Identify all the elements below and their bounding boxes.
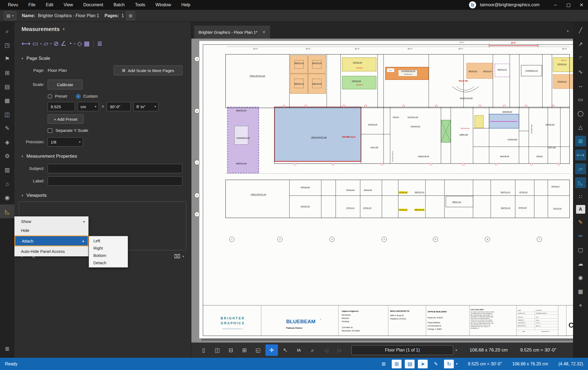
submenu-item-detach[interactable]: Detach [89,259,128,266]
snap-content-icon[interactable]: ⊞ [392,360,402,368]
drawing-canvas[interactable]: ABCDE123456730'-0"30'-0"30'-0"30'-0"30'-… [191,39,573,343]
bookmarks-icon[interactable]: ▤ [0,80,14,94]
search-icon[interactable]: ⌕ [0,24,14,38]
trash-icon[interactable]: ⌧ [174,253,180,260]
pen-tool-icon[interactable]: ✑ [575,231,586,241]
preset-radio[interactable] [48,94,52,99]
menu-tools[interactable]: Tools [130,0,150,10]
markups-icon[interactable]: ✎ [0,121,14,135]
perimeter-measurement-icon[interactable]: ◺ [575,177,586,188]
image-tool-icon[interactable]: ▦ [575,286,586,297]
tool-chest-icon[interactable]: ◳ [0,38,14,52]
arc-tool-icon[interactable]: ◜ [575,52,586,63]
highlighter-tool-icon[interactable]: ✎ [575,217,586,228]
separate-y-checkbox[interactable] [48,128,52,133]
publish-icon[interactable]: ➤ [418,360,428,368]
menu-batch[interactable]: Batch [108,0,130,10]
menu-document[interactable]: Document [78,0,108,10]
length-measurement-icon[interactable]: ⟷ [575,150,586,160]
tab-list-chevron-icon[interactable]: ▾ [567,29,569,33]
document-tab[interactable]: Brighter Graphics - Floor Plan 1* ✕ [194,26,270,39]
area-tool-icon[interactable]: ▱ [44,40,48,47]
document-properties-icon[interactable]: ▤ [405,360,415,368]
target-value-input[interactable] [107,102,131,111]
settings-icon[interactable]: ⚙ [0,149,14,163]
context-menu-item-auto-hide[interactable]: Auto-Hide Panel Access [14,247,88,256]
split-view-icon[interactable]: ⊟ [225,344,237,356]
page-select[interactable]: Floor Plan (1 of 1) [351,345,453,355]
chevron-down-icon[interactable]: ▾ [182,255,184,258]
add-preset-button[interactable]: + Add Preset [48,114,84,124]
ellipse-tool-icon[interactable]: ◯ [575,108,586,119]
menu-revu[interactable]: Revu [3,0,23,10]
side-by-side-view-icon[interactable]: ◫ [211,344,223,356]
spaces-icon[interactable]: ◫ [0,107,14,121]
stamp-tool-icon[interactable]: ◉ [575,272,586,283]
callout-tool-icon[interactable]: ▢ [575,244,586,255]
zoom-tool-icon[interactable]: ⌕ [306,344,319,356]
length-tool-icon[interactable]: ⟷ [22,40,30,47]
snap-grid-icon[interactable]: ⊞ [379,360,388,368]
add-scale-button[interactable]: ⊞ Add Scale to More Pages [114,66,182,75]
polyline-tool-icon[interactable]: ∿ [575,66,586,77]
rectangle-tool-icon[interactable]: ▭ [575,94,586,105]
menu-help[interactable]: Help [176,0,195,10]
select-text-icon[interactable]: IA [293,344,305,356]
preset-radio-label[interactable]: Preset [55,94,67,99]
submenu-item-left[interactable]: Left [89,237,128,244]
context-menu-item-hide[interactable]: Hide [14,226,88,235]
scale-value-input[interactable] [48,102,75,111]
single-page-view-icon[interactable]: ▯ [197,344,210,356]
subject-input[interactable] [48,164,182,173]
angle-tool-icon[interactable]: ∠ [61,40,66,47]
chevron-down-icon[interactable]: ▾ [22,194,23,197]
label-input[interactable] [48,176,182,186]
chevron-down-icon[interactable]: ▾ [22,57,23,60]
studio-icon[interactable]: ⌂ [0,177,14,191]
precision-select[interactable]: 1/8 ▾ [48,137,83,147]
crosshair-tool-icon[interactable]: ⌖ [575,300,586,311]
insert-pages-button[interactable]: ⊞ [126,11,135,20]
diameter-tool-icon[interactable]: ⊘ [53,40,59,47]
menu-edit[interactable]: Edit [41,0,59,10]
scale-unit-select[interactable]: cm ▾ [78,102,99,111]
count-measurement-icon[interactable]: ∷ [575,191,586,202]
context-menu-item-show[interactable]: Show ▸ [14,217,88,226]
arrow-tool-icon[interactable]: ↗ [575,39,586,49]
close-button[interactable]: ✕ [575,0,588,10]
custom-radio[interactable] [76,94,81,99]
submenu-item-bottom[interactable]: Bottom [89,252,128,259]
account-email[interactable]: taimoor@brightergraphics.com [480,2,540,7]
measurements-icon[interactable]: ◺ [0,204,14,218]
next-view-icon[interactable]: ▷ [333,344,346,356]
thumbnails-icon[interactable]: ⊞ [0,66,14,80]
properties-icon[interactable]: ▥ [0,163,14,177]
layers-icon[interactable]: ▦ [0,94,14,107]
fit-page-icon[interactable]: ◱ [252,344,264,356]
radius-tool-icon[interactable]: ◔ [68,40,72,47]
menu-view[interactable]: View [59,0,78,10]
reuse-markup-icon[interactable]: ↻ [444,360,454,368]
dimension-tool-icon[interactable]: ↔ [575,80,586,91]
tab-close-icon[interactable]: ✕ [262,30,266,34]
line-tool-icon[interactable]: ╱ [575,25,586,36]
multi-window-icon[interactable]: ⊞ [238,344,251,356]
cloud-tool-icon[interactable]: ☁ [575,258,586,269]
select-tool-icon[interactable]: ↖ [279,344,292,356]
chevron-down-icon[interactable]: ▾ [63,27,65,31]
submenu-item-right[interactable]: Right [89,244,128,252]
volume-tool-icon[interactable]: ◇ [77,40,82,47]
separate-y-label[interactable]: Separate Y Scale [56,128,88,133]
markup-list-icon[interactable]: ≣ [0,342,14,356]
minimize-button[interactable]: – [549,0,562,10]
restore-button[interactable]: ▢ [562,0,575,10]
pan-tool-icon[interactable]: ✛ [265,344,278,356]
previous-view-icon[interactable]: ◁ [320,344,332,356]
3d-model-tree-icon[interactable]: ◉ [0,191,14,204]
context-menu-item-attach[interactable]: Attach ▸ [15,236,88,245]
chevron-down-icon[interactable]: ▾ [22,154,23,158]
area-measurement-icon[interactable]: ▱ [575,163,586,174]
count-tool-icon[interactable]: ▦ [84,40,90,47]
measure-grid-tool-icon[interactable]: ≣ [97,40,102,47]
calibrate-button[interactable]: Calibrate [48,80,82,89]
